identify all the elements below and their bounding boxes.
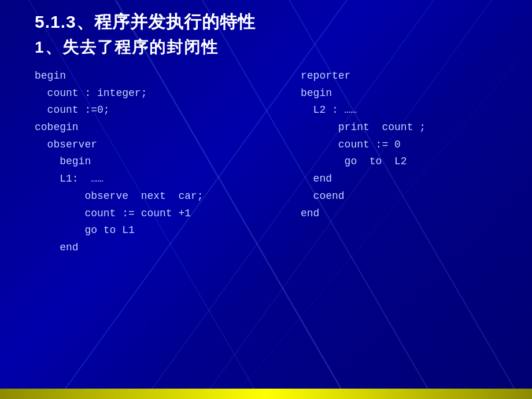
right-code-line: coend [301,188,497,205]
left-code-line: go to L1 [35,222,301,239]
right-code-line: end [301,205,497,223]
left-code-line: count := count +1 [35,205,301,223]
left-code-line: count :=0; [35,102,301,119]
right-code-line: go to L2 [301,153,497,171]
right-code-line: end [301,171,497,188]
slide-content: 5.1.3、程序并发执行的特性 1、失去了程序的封闭性 begin count … [0,0,532,263]
bottom-bar [0,389,532,399]
left-code-line: L1: …… [35,171,301,188]
left-code-line: begin [35,153,301,171]
right-code-line: begin [301,85,497,102]
title-line2: 1、失去了程序的封闭性 [35,36,497,58]
left-code-line: observer [35,136,301,154]
code-column-right: reporterbegin L2 : …… print count ; coun… [301,68,497,257]
left-code-line: cobegin [35,119,301,136]
right-code-line: print count ; [301,119,497,136]
left-code-line: begin [35,68,301,85]
code-area: begin count : integer; count :=0;cobegin… [35,68,497,257]
left-code-line: count : integer; [35,85,301,102]
left-code-line: end [35,239,301,257]
right-code-line: reporter [301,68,497,85]
right-code-line: L2 : …… [301,102,497,119]
right-code-line: count := 0 [301,136,497,154]
code-column-left: begin count : integer; count :=0;cobegin… [35,68,301,257]
title-line1: 5.1.3、程序并发执行的特性 [35,10,497,34]
left-code-line: observe next car; [35,188,301,205]
